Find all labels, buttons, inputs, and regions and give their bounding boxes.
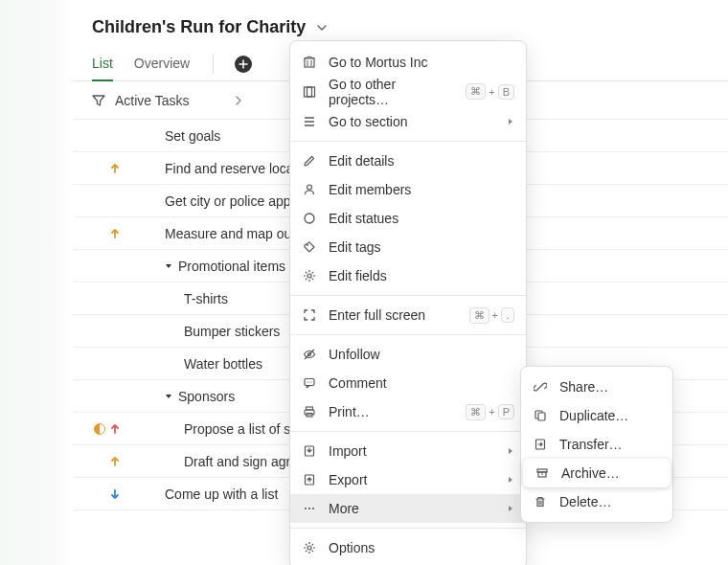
svg-point-20 [307,546,311,550]
collapse-triangle-icon[interactable] [165,393,174,400]
menu-label: Unfollow [329,347,514,362]
submenu-arrow-icon [507,118,514,125]
duplicate-icon [533,408,548,423]
submenu-transfer[interactable]: Transfer… [521,430,672,459]
menu-go-to-other[interactable]: Go to other projects… ⌘+B [290,77,526,106]
project-context-menu: Go to Mortus Inc Go to other projects… ⌘… [289,40,527,565]
menu-unfollow[interactable]: Unfollow [290,340,526,369]
menu-edit-statuses[interactable]: Edit statues [290,204,526,233]
menu-label: Edit statues [329,211,514,226]
collapse-triangle-icon[interactable] [165,262,174,270]
half-circle-icon [94,423,105,435]
section-icon [302,114,317,129]
more-submenu: Share… Duplicate… Transfer… Archive… Del… [520,366,673,523]
menu-full-screen[interactable]: Enter full screen ⌘+. [290,301,526,329]
submenu-label: Delete… [559,494,661,509]
tab-list[interactable]: List [92,47,113,81]
task-title: Water bottles [184,356,262,372]
priority-arrow-icon [109,163,121,174]
menu-shortcut: ⌘+P [466,404,514,420]
circle-icon [302,211,317,226]
menu-edit-members[interactable]: Edit members [290,175,526,204]
menu-print[interactable]: Print… ⌘+P [290,397,526,426]
svg-point-18 [308,508,310,509]
menu-edit-details[interactable]: Edit details [290,147,526,175]
menu-label: Edit details [329,153,514,169]
trash-icon [533,494,548,509]
menu-separator [290,528,526,529]
tab-overview[interactable]: Overview [134,47,190,81]
projects-icon [302,84,317,100]
priority-arrow-icon [109,456,121,467]
printer-icon [302,404,317,419]
submenu-label: Transfer… [559,437,661,452]
menu-label: Print… [329,404,454,419]
task-title: T-shirts [184,291,228,306]
tag-icon [302,239,317,255]
menu-label: Enter full screen [329,307,458,323]
menu-label: Go to section [329,114,495,129]
submenu-label: Duplicate… [559,408,661,423]
title-dropdown-button[interactable] [313,19,330,36]
menu-edit-tags[interactable]: Edit tags [290,233,526,261]
svg-point-9 [307,381,307,382]
menu-separator [290,431,526,432]
submenu-duplicate[interactable]: Duplicate… [521,401,672,430]
task-priority-col [73,423,130,435]
svg-point-10 [308,381,309,382]
filter-icon [92,94,105,107]
menu-label: Export [329,472,495,487]
submenu-arrow-icon [507,505,514,512]
submenu-delete[interactable]: Delete… [521,487,672,516]
menu-label: Go to Mortus Inc [329,55,514,70]
priority-arrow-icon [109,228,121,239]
submenu-archive[interactable]: Archive… [523,459,671,487]
svg-point-4 [305,214,314,223]
comment-icon [302,375,317,391]
tab-divider [213,55,214,74]
menu-label: Go to other projects… [329,77,454,107]
tab-overview-label: Overview [134,56,190,71]
menu-import[interactable]: Import [290,437,526,465]
submenu-label: Share… [559,379,661,395]
gear-icon [302,268,317,283]
task-title: Come up with a list [165,486,278,502]
menu-label: Edit fields [329,268,514,283]
menu-comment[interactable]: Comment [290,369,526,397]
pencil-icon [302,153,317,169]
task-title: Promotional items [178,259,285,274]
menu-go-to-section[interactable]: Go to section [290,106,526,136]
menu-label: Comment [329,375,514,391]
svg-point-6 [307,274,311,278]
import-icon [302,443,317,459]
link-icon [533,379,548,395]
menu-edit-fields[interactable]: Edit fields [290,261,526,290]
priority-arrow-icon [109,423,121,435]
menu-more[interactable]: More [290,494,526,523]
submenu-arrow-icon [507,447,514,455]
fullscreen-icon [302,307,317,323]
menu-label: Options [329,540,514,555]
add-tab-button[interactable] [235,56,252,73]
submenu-label: Archive… [561,465,659,481]
sidebar-background [0,0,73,565]
submenu-share[interactable]: Share… [521,373,672,401]
project-title: Children's Run for Charity [92,17,306,37]
task-title: Sponsors [178,389,235,404]
menu-shortcut: ⌘+B [466,83,514,100]
transfer-icon [533,437,548,452]
task-title: Set goals [165,128,220,144]
submenu-arrow-icon [507,476,514,484]
svg-point-5 [307,244,308,246]
building-icon [302,55,317,70]
task-priority-col [73,163,130,174]
menu-options[interactable]: Options [290,533,526,562]
menu-shortcut: ⌘+. [469,307,514,324]
menu-label: More [329,501,495,516]
priority-arrow-icon [109,488,121,500]
gear-icon [302,540,317,555]
menu-go-to-parent[interactable]: Go to Mortus Inc [290,47,526,77]
task-priority-col [73,228,130,239]
menu-label: Import [329,443,495,459]
menu-export[interactable]: Export [290,465,526,494]
